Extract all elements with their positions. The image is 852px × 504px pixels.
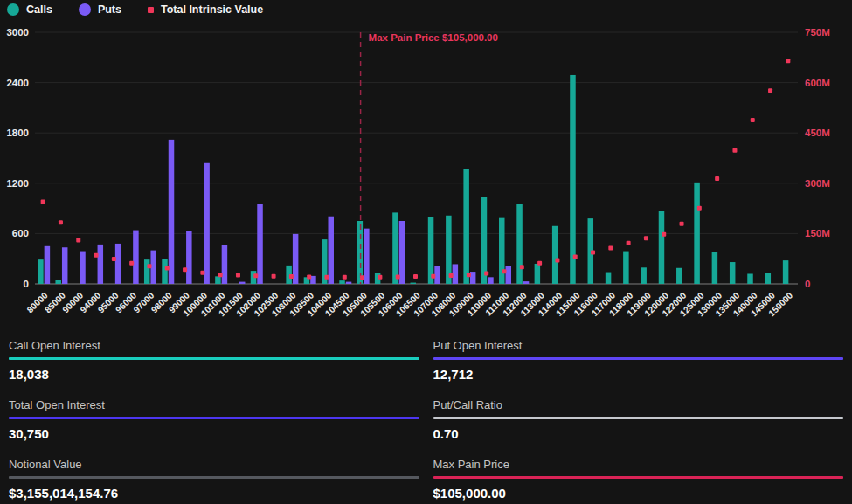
call-bar	[570, 75, 576, 284]
call-bar	[694, 183, 700, 284]
stat-label: Max Pain Price	[433, 459, 844, 470]
intrinsic-value-dot	[289, 274, 294, 279]
stat-value: 0.70	[433, 427, 844, 440]
call-bar	[712, 252, 718, 284]
stat-card-put-open-interest: Put Open Interest 12,712	[433, 340, 844, 381]
stat-label: Notional Value	[9, 459, 419, 470]
call-bar	[162, 259, 168, 284]
stat-card-total-open-interest: Total Open Interest 30,750	[9, 399, 419, 440]
put-bar	[257, 204, 263, 284]
stat-card-max-pain-price: Max Pain Price $105,000.00	[433, 459, 844, 500]
intrinsic-value-dot	[76, 238, 80, 243]
call-bar	[641, 267, 647, 284]
intrinsic-value-dot	[307, 274, 311, 279]
intrinsic-value-dot	[662, 232, 666, 237]
right-axis-tick-label: 750M	[805, 27, 830, 38]
intrinsic-value-dot	[129, 261, 134, 266]
left-axis-tick-label: 600	[12, 228, 29, 238]
intrinsic-value-dot	[644, 236, 648, 240]
stat-accent-bar	[433, 417, 844, 419]
left-axis-tick-label: 1200	[6, 178, 29, 189]
max-pain-annotation: Max Pain Price $105,000.00	[369, 32, 498, 43]
intrinsic-value-dot	[272, 274, 276, 279]
legend-item-puts[interactable]: Puts	[79, 3, 121, 16]
put-bar	[523, 281, 530, 284]
call-bar	[659, 211, 665, 284]
stat-value: 12,712	[433, 368, 844, 381]
call-bar	[552, 226, 558, 284]
right-axis-tick-label: 600M	[805, 78, 830, 88]
legend-item-calls[interactable]: Calls	[7, 3, 52, 16]
stat-card-notional-value: Notional Value $3,155,014,154.76	[9, 459, 419, 500]
call-bar	[463, 169, 469, 284]
chart-legend: Calls Puts Total Intrinsic Value	[7, 3, 263, 16]
intrinsic-value-dot	[413, 274, 418, 279]
stat-value: $105,000.00	[433, 487, 844, 500]
left-axis-tick-label: 0	[24, 279, 29, 289]
intrinsic-value-dot	[680, 222, 684, 226]
put-bar	[115, 244, 121, 284]
right-axis-tick-label: 0	[805, 279, 810, 289]
put-bar	[399, 221, 405, 284]
call-bar	[499, 218, 505, 284]
stat-label: Total Open Interest	[9, 399, 419, 411]
right-axis-tick-label: 450M	[805, 128, 830, 138]
intrinsic-value-dot	[449, 273, 454, 278]
intrinsic-value-dot	[218, 273, 223, 277]
intrinsic-value-dot	[520, 265, 524, 269]
intrinsic-value-dot	[608, 245, 613, 250]
intrinsic-value-dot	[431, 274, 435, 279]
call-bar	[55, 280, 61, 284]
put-bar	[346, 282, 352, 284]
intrinsic-value-dot	[768, 88, 772, 93]
open-interest-chart[interactable]: 060012001800240030000150M300M450M600M750…	[0, 0, 852, 339]
put-bar	[62, 247, 68, 284]
put-bar	[222, 245, 228, 284]
intrinsic-value-dot	[59, 220, 63, 224]
intrinsic-value-dot	[236, 273, 240, 278]
intrinsic-value-dot	[627, 241, 631, 245]
stat-value: $3,155,014,154.76	[9, 487, 419, 500]
stat-accent-bar	[433, 357, 844, 360]
legend-label: Calls	[26, 3, 52, 16]
stats-panel: Call Open Interest 18,038 Put Open Inter…	[0, 336, 852, 504]
put-bar	[45, 246, 51, 284]
stat-accent-bar	[9, 417, 419, 419]
put-bar	[204, 163, 210, 284]
put-bar	[98, 245, 104, 284]
intrinsic-value-dot	[343, 275, 347, 280]
call-bar	[38, 259, 44, 284]
intrinsic-value-dot	[378, 275, 382, 280]
call-bar	[516, 204, 523, 284]
intrinsic-value-dot	[751, 118, 755, 122]
intrinsic-value-dot	[715, 176, 719, 181]
call-bar	[144, 259, 150, 284]
put-bar	[364, 229, 370, 284]
call-bar	[623, 252, 629, 284]
left-axis-tick-label: 3000	[6, 27, 29, 38]
intrinsic-value-dot	[165, 266, 170, 270]
call-bar	[765, 273, 772, 284]
intrinsic-value-dot	[253, 273, 258, 278]
put-bar	[328, 217, 334, 284]
legend-item-total-intrinsic-value[interactable]: Total Intrinsic Value	[148, 3, 263, 16]
call-bar	[730, 262, 736, 284]
stat-accent-bar	[9, 476, 419, 479]
stat-value: 30,750	[9, 427, 419, 440]
intrinsic-value-dot	[112, 257, 116, 261]
call-bar	[747, 273, 753, 284]
call-bar	[676, 268, 682, 284]
intrinsic-value-dot	[324, 275, 329, 280]
intrinsic-value-dot	[147, 264, 151, 268]
left-axis-tick-label: 1800	[6, 128, 29, 138]
intrinsic-value-dot	[537, 261, 542, 266]
stat-card-put-call-ratio: Put/Call Ratio 0.70	[433, 399, 844, 440]
intrinsic-value-dot	[573, 254, 578, 259]
intrinsic-value-dot	[396, 274, 400, 279]
stat-value: 18,038	[9, 368, 419, 381]
intrinsic-value-dot	[502, 269, 507, 273]
put-bar	[186, 231, 192, 284]
intrinsic-value-dot	[41, 199, 45, 204]
intrinsic-value-dot	[467, 273, 471, 277]
call-bar	[392, 212, 398, 284]
